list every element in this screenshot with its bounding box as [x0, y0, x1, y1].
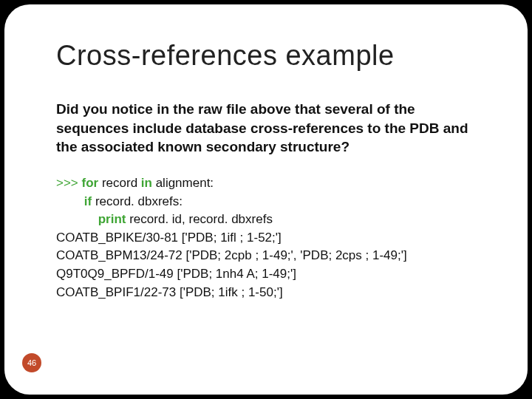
kw-if: if — [84, 194, 92, 208]
page-number: 46 — [27, 358, 36, 367]
output-line-3: Q9T0Q9_BPFD/1-49 ['PDB; 1nh4 A; 1-49;'] — [56, 267, 296, 281]
loop-tail: alignment: — [152, 176, 214, 190]
if-tail: record. dbxrefs: — [92, 194, 183, 208]
output-line-4: COATB_BPIF1/22-73 ['PDB; 1ifk ; 1-50;'] — [56, 285, 283, 299]
kw-print: print — [98, 212, 126, 226]
slide: Cross-references example Did you notice … — [4, 4, 528, 395]
intro-text: Did you notice in the raw file above tha… — [56, 100, 483, 157]
output-line-1: COATB_BPIKE/30-81 ['PDB; 1ifl ; 1-52;'] — [56, 231, 282, 245]
output-line-2: COATB_BPM13/24-72 ['PDB; 2cpb ; 1-49;', … — [56, 248, 407, 262]
kw-in: in — [141, 176, 152, 190]
slide-title: Cross-references example — [56, 40, 483, 72]
print-tail: record. id, record. dbxrefs — [126, 212, 272, 226]
kw-for: for — [82, 176, 99, 190]
loop-var: record — [98, 176, 141, 190]
code-block: >>> for record in alignment: if record. … — [56, 174, 483, 301]
page-number-badge: 46 — [22, 353, 41, 372]
prompt: >>> — [56, 176, 82, 190]
